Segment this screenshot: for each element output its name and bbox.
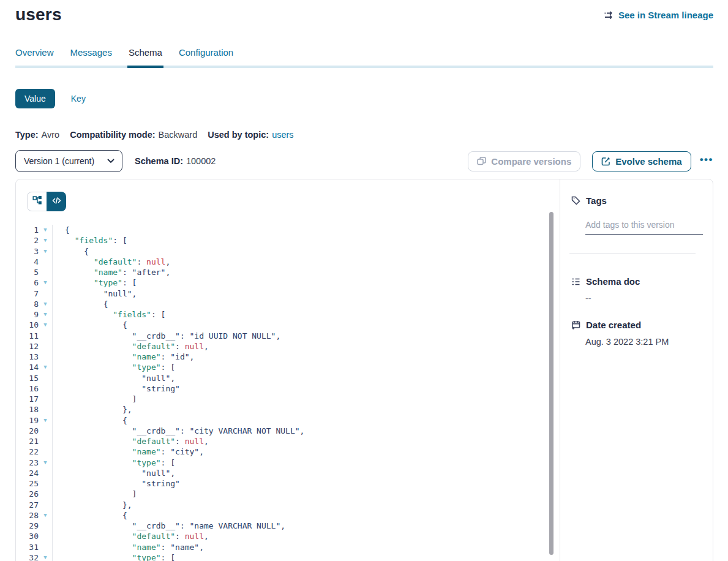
code-text: { <box>53 320 127 330</box>
date-created-title: Date created <box>586 320 641 330</box>
fold-arrow-icon[interactable]: ▼ <box>39 299 52 309</box>
code-line: 20"__crdb__": "city VARCHAR NOT NULL", <box>16 426 560 436</box>
fold-arrow-icon[interactable]: ▼ <box>39 235 52 246</box>
code-line: 1▼{ <box>16 225 560 235</box>
line-number: 28 <box>16 510 39 521</box>
tab-schema[interactable]: Schema <box>129 47 162 66</box>
code-line: 9▼"fields": [ <box>16 309 560 320</box>
tag-icon <box>571 196 580 205</box>
line-number: 16 <box>16 383 39 394</box>
line-number: 7 <box>16 288 39 299</box>
fold-gutter <box>39 521 52 531</box>
fold-gutter <box>39 352 52 362</box>
line-number: 11 <box>16 331 39 341</box>
code-line: 13"name": "id", <box>16 352 560 362</box>
line-number: 26 <box>16 489 39 499</box>
schema-doc-section: Schema doc -- <box>571 276 703 303</box>
tree-view-button[interactable] <box>27 192 47 211</box>
line-number: 1 <box>16 225 39 235</box>
code-text: { <box>53 225 70 235</box>
value-key-toggle: Value Key <box>15 89 713 108</box>
code-line: 8▼{ <box>16 299 560 309</box>
code-text: "__crdb__": "name VARCHAR NULL", <box>53 521 285 531</box>
fold-arrow-icon[interactable]: ▼ <box>39 246 52 257</box>
code-line: 10▼{ <box>16 320 560 330</box>
compare-versions-label: Compare versions <box>491 156 571 167</box>
fold-arrow-icon[interactable]: ▼ <box>39 415 52 426</box>
code-view-button[interactable] <box>47 192 66 211</box>
fold-gutter <box>39 373 52 383</box>
code-text: "default": null, <box>53 436 209 446</box>
code-text: "name": "city", <box>53 446 204 457</box>
meta-value: Backward <box>159 130 198 140</box>
stream-lineage-icon <box>604 11 614 20</box>
tab-baseline <box>15 66 713 68</box>
fold-arrow-icon[interactable]: ▼ <box>39 510 52 521</box>
value-toggle-button[interactable]: Value <box>15 89 55 108</box>
fold-arrow-icon[interactable]: ▼ <box>39 320 52 330</box>
schema-page: users See in Stream lineage OverviewMess… <box>0 0 728 561</box>
schema-doc-title: Schema doc <box>586 276 640 287</box>
compare-versions-button[interactable]: Compare versions <box>468 151 580 171</box>
code-line: 15"null", <box>16 373 560 383</box>
fold-arrow-icon[interactable]: ▼ <box>39 277 52 288</box>
code-text: }, <box>53 500 132 510</box>
fold-gutter <box>39 267 52 277</box>
fold-gutter <box>39 341 52 352</box>
topic-link[interactable]: users <box>272 130 293 140</box>
fold-gutter <box>39 500 52 510</box>
line-number: 21 <box>16 436 39 446</box>
version-select[interactable]: Version 1 (current) <box>15 150 122 172</box>
code-text: { <box>53 299 108 309</box>
code-line: 16"string" <box>16 383 560 394</box>
editor-scrollbar[interactable] <box>549 212 554 555</box>
tab-configuration[interactable]: Configuration <box>179 47 233 66</box>
line-number: 25 <box>16 478 39 489</box>
page-header: users See in Stream lineage <box>15 0 713 24</box>
key-toggle-button[interactable]: Key <box>71 94 86 104</box>
tags-section: Tags <box>571 195 703 254</box>
see-in-stream-lineage-link[interactable]: See in Stream lineage <box>604 10 713 20</box>
schema-controls-row: Version 1 (current) Schema ID: 100002 Co… <box>15 150 713 172</box>
tab-bar: OverviewMessagesSchemaConfiguration <box>15 47 713 68</box>
line-number: 19 <box>16 415 39 426</box>
code-text: "default": null, <box>53 341 209 352</box>
line-number: 18 <box>16 404 39 415</box>
doc-list-icon <box>571 277 580 286</box>
code-line: 31"name": "name", <box>16 542 560 552</box>
fold-arrow-icon[interactable]: ▼ <box>39 552 52 561</box>
edit-icon <box>601 157 610 166</box>
code-text: { <box>53 246 89 257</box>
fold-arrow-icon[interactable]: ▼ <box>39 457 52 468</box>
compare-versions-icon <box>477 157 486 165</box>
code-text: "type": [ <box>53 362 175 372</box>
fold-gutter <box>39 468 52 478</box>
code-line: 7"null", <box>16 288 560 299</box>
schema-meta-row: Type:AvroCompatibility mode:BackwardUsed… <box>15 130 713 140</box>
evolve-schema-button[interactable]: Evolve schema <box>592 151 691 171</box>
evolve-schema-label: Evolve schema <box>615 156 681 167</box>
line-number: 8 <box>16 299 39 309</box>
add-tags-input[interactable] <box>585 219 703 235</box>
fold-gutter <box>39 489 52 499</box>
line-number: 32 <box>16 552 39 561</box>
line-number: 20 <box>16 426 39 436</box>
fold-gutter <box>39 531 52 541</box>
meta-label: Used by topic: <box>208 130 269 140</box>
chevron-down-icon <box>107 159 114 164</box>
code-text: "default": null, <box>53 257 170 267</box>
schema-id: Schema ID: 100002 <box>135 156 216 166</box>
code-line: 4"default": null, <box>16 257 560 267</box>
code-line: 32▼"type": [ <box>16 552 560 561</box>
schema-sidebar: Tags Schema doc -- <box>560 179 713 561</box>
fold-arrow-icon[interactable]: ▼ <box>39 309 52 320</box>
tab-messages[interactable]: Messages <box>70 47 112 66</box>
fold-arrow-icon[interactable]: ▼ <box>39 362 52 372</box>
meta-label: Compatibility mode: <box>70 130 155 140</box>
code-text: "null", <box>53 373 175 383</box>
fold-arrow-icon[interactable]: ▼ <box>39 225 52 235</box>
tab-overview[interactable]: Overview <box>15 47 54 66</box>
more-actions-button[interactable]: ••• <box>700 154 713 168</box>
line-number: 15 <box>16 373 39 383</box>
line-number: 2 <box>16 235 39 246</box>
